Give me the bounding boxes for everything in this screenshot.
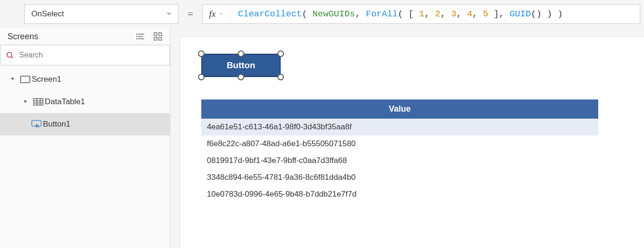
- svg-rect-8: [154, 37, 157, 40]
- top-bar: OnSelect = fx ClearCollect( NewGUIDs, Fo…: [0, 0, 644, 28]
- datatable-control[interactable]: Value 4ea61e51-c613-46a1-98f0-3d43bf35aa…: [201, 99, 598, 203]
- equals-icon: =: [187, 8, 194, 20]
- resize-handle[interactable]: [238, 50, 244, 57]
- resize-handle[interactable]: [277, 50, 284, 57]
- panel-title: Screens: [7, 32, 38, 42]
- fx-icon: fx: [209, 9, 216, 19]
- tree-item-button1[interactable]: Button1: [0, 113, 170, 135]
- svg-point-4: [137, 36, 137, 37]
- canvas-area: Button Value 4ea61e51-c613-46a1-98f0-3d4…: [170, 28, 644, 248]
- resize-handle[interactable]: [198, 74, 205, 80]
- search-icon: [0, 51, 19, 59]
- svg-rect-9: [159, 37, 162, 40]
- button-icon: [30, 120, 43, 128]
- table-row[interactable]: 10e0783d-0996-4e65-9b48-b7ddb21e7f7d: [201, 186, 598, 203]
- panel-header: Screens: [0, 28, 170, 45]
- property-selector[interactable]: OnSelect: [24, 4, 178, 24]
- button-label: Button: [226, 60, 255, 71]
- screen-tree: Screen1 DataTable1: [0, 65, 170, 138]
- resize-handle[interactable]: [277, 74, 284, 80]
- grid-view-icon[interactable]: [153, 32, 163, 41]
- tree-item-screen1[interactable]: Screen1: [0, 68, 170, 91]
- svg-rect-7: [159, 33, 162, 35]
- tree-item-label: DataTable1: [45, 97, 85, 106]
- tree-item-label: Button1: [43, 120, 71, 129]
- svg-rect-13: [21, 76, 30, 83]
- table-row[interactable]: f6e8c22c-a807-48ad-a6e1-b55505071580: [201, 135, 598, 152]
- table-row[interactable]: 3348c894-6e55-4781-9a36-8c6f81dda4b0: [201, 169, 598, 186]
- fx-dropdown[interactable]: fx: [203, 5, 231, 23]
- search-box: [0, 45, 170, 65]
- svg-marker-12: [11, 78, 14, 80]
- svg-line-11: [11, 57, 13, 58]
- svg-rect-15: [34, 99, 43, 105]
- svg-marker-14: [25, 100, 27, 103]
- svg-point-5: [137, 39, 137, 39]
- property-selector-value: OnSelect: [31, 9, 64, 19]
- canvas[interactable]: Button Value 4ea61e51-c613-46a1-98f0-3d4…: [180, 36, 644, 248]
- table-row[interactable]: 4ea61e51-c613-46a1-98f0-3d43bf35aa8f: [201, 119, 598, 135]
- tree-item-datatable1[interactable]: DataTable1: [0, 91, 170, 113]
- chevron-down-icon: [219, 11, 224, 17]
- tree-item-label: Screen1: [32, 75, 61, 84]
- list-view-icon[interactable]: [136, 32, 146, 41]
- svg-point-3: [137, 34, 137, 35]
- resize-handle[interactable]: [238, 74, 244, 80]
- svg-point-10: [7, 52, 12, 57]
- caret-right-icon: [20, 99, 32, 105]
- svg-rect-6: [154, 33, 157, 35]
- table-row[interactable]: 0819917d-9bf1-43e7-9bff-c0aa7d3ffa68: [201, 152, 598, 169]
- chevron-down-icon: [166, 10, 172, 18]
- formula-input[interactable]: ClearCollect( NewGUIDs, ForAll( [ 1, 2, …: [231, 9, 571, 19]
- search-input[interactable]: [19, 51, 170, 59]
- screen-icon: [19, 76, 32, 83]
- tree-view-panel: Screens: [0, 28, 170, 248]
- datatable-icon: [32, 98, 45, 106]
- caret-down-icon: [7, 76, 19, 83]
- table-column-header[interactable]: Value: [201, 99, 598, 119]
- selected-control[interactable]: Button: [201, 54, 281, 77]
- main-area: Screens: [0, 28, 644, 248]
- formula-bar: fx ClearCollect( NewGUIDs, ForAll( [ 1, …: [202, 4, 640, 24]
- resize-handle[interactable]: [198, 50, 205, 57]
